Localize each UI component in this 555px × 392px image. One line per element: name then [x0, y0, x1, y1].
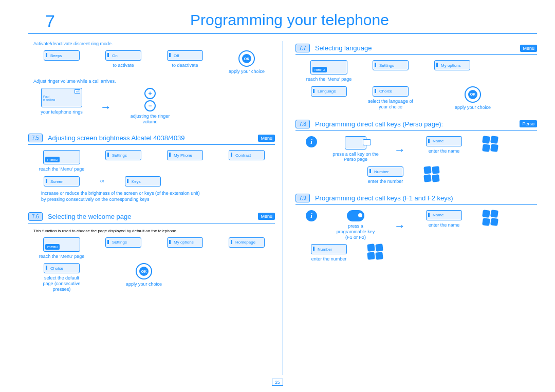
info-icon: i	[306, 210, 317, 221]
welcome-desc: This function is used to choose the page…	[33, 229, 275, 233]
softkey-myoptions: My options	[434, 60, 470, 70]
sec-num: 7.5	[28, 134, 43, 142]
menu-key: menu	[43, 237, 80, 252]
sec-num: 7.6	[28, 212, 43, 221]
chapter-number: 7	[45, 11, 55, 31]
caption-apply: apply your choice	[455, 105, 491, 110]
softkey-beeps: Beeps	[44, 50, 80, 61]
softkey-settings: Settings	[105, 237, 141, 248]
softkey-homepage: Homepage	[229, 237, 265, 248]
row-ringer-volume: all Paul is calling your telephone rings…	[39, 88, 275, 125]
ok-button: OK	[136, 263, 152, 279]
menu-key: menu	[43, 150, 80, 164]
menu-tag: Menu	[258, 213, 275, 220]
ok-button: OK	[465, 86, 481, 103]
perso-tag: Perso	[520, 120, 537, 127]
caption-apply: apply your choice	[229, 69, 265, 74]
section-7-7: 7.7 Selecting language Menu	[295, 44, 537, 52]
softkey-on: On	[105, 50, 141, 61]
section-7-9: 7.9 Programming direct call keys (F1 and…	[295, 194, 537, 202]
caption-select-default: select the default page (consecutive pre…	[39, 275, 85, 292]
softkey-name: Name	[426, 136, 462, 146]
caption-apply: apply your choice	[126, 282, 162, 287]
top-divider	[28, 33, 537, 34]
softkey-number: Number	[311, 244, 347, 254]
softkey-keys: Keys	[125, 176, 161, 186]
caption-enter-number: enter the number	[368, 179, 403, 184]
sec-num: 7.7	[295, 44, 310, 52]
sec-divider	[295, 54, 537, 55]
caption-reach-menu: reach the 'Menu' page	[39, 166, 85, 172]
note-discreet-ring: Activate/deactivate discreet ring mode.	[33, 41, 275, 46]
caption-enter-name: enter the name	[429, 222, 460, 228]
sec-num: 7.9	[295, 194, 310, 202]
row-discreet-ring: Beeps On to activate Off to deactivate O…	[39, 50, 275, 74]
ok-button: OK	[238, 50, 255, 67]
caption-select-language: select the language of your choice	[367, 99, 414, 110]
sec-num: 7.8	[295, 120, 310, 128]
softkey-language: Language	[311, 86, 347, 97]
sec-divider	[295, 130, 537, 131]
sec-divider	[28, 144, 275, 145]
sec-title: Programming direct call keys (Perso page…	[315, 120, 520, 128]
programmable-key-icon	[347, 210, 364, 221]
caption-activate: to activate	[113, 63, 134, 68]
caption-enter-number: enter the number	[311, 256, 347, 262]
softkey-myoptions: My options	[167, 237, 203, 248]
arrow-icon: →	[100, 101, 112, 114]
arrow-icon: →	[394, 143, 405, 157]
menu-tag: Menu	[258, 135, 275, 142]
call-key-icon	[345, 136, 366, 150]
softkey-choice: Choice	[44, 263, 80, 273]
sec-title: Selecting language	[315, 44, 521, 52]
minus-icon: −	[144, 100, 156, 111]
caption-deactivate: to deactivate	[172, 63, 198, 68]
softkey-off: Off	[167, 50, 203, 61]
softkey-myphone: My Phone	[167, 150, 203, 160]
or-label: or	[100, 178, 104, 184]
center-divider	[283, 41, 283, 375]
num-keys-icon	[424, 166, 439, 182]
sec-title: Selecting the welcome page	[48, 213, 258, 220]
softkey-contrast: Contrast	[229, 150, 265, 160]
sec-title: Adjusting screen brightness Alcatel 4038…	[48, 134, 258, 142]
alpha-keys-icon	[483, 210, 498, 226]
section-7-6: 7.6 Selecting the welcome page Menu	[28, 212, 275, 221]
right-column: 7.7 Selecting language Menu menu reach t…	[295, 44, 537, 266]
caption-press-call-key: press a call key on the Perso page	[332, 152, 379, 163]
plus-icon: +	[144, 88, 156, 99]
sec-divider	[28, 223, 275, 223]
menu-tag: Menu	[520, 45, 537, 52]
caption-reach-menu: reach the 'Menu' page	[306, 77, 352, 82]
caption-adjust-volume: adjusting the ringer volume	[127, 114, 173, 125]
caption-enter-name: enter the name	[429, 148, 460, 154]
info-icon: i	[306, 136, 317, 147]
arrow-icon: →	[394, 219, 405, 233]
section-7-8: 7.8 Programming direct call keys (Perso …	[295, 120, 537, 128]
sec-title: Programming direct call keys (F1 and F2 …	[315, 194, 537, 202]
softkey-number: Number	[367, 166, 403, 177]
section-7-5: 7.5 Adjusting screen brightness Alcatel …	[28, 134, 275, 142]
softkey-name: Name	[426, 210, 462, 220]
menu-key: menu	[310, 60, 347, 74]
sec-divider	[295, 204, 537, 205]
caption-press-prog-key: press a programmable key (F1 or F2)	[332, 223, 379, 240]
left-column: Activate/deactivate discreet ring mode. …	[28, 40, 275, 296]
num-keys-icon	[367, 244, 383, 259]
caption-reach-menu: reach the 'Menu' page	[39, 254, 85, 259]
softkey-settings: Settings	[373, 60, 409, 70]
softkey-screen: Screen	[44, 176, 80, 186]
brightness-desc: increase or reduce the brightness of the…	[41, 191, 206, 202]
alpha-keys-icon	[483, 136, 498, 152]
volume-controls: + −	[144, 88, 156, 111]
softkey-settings: Settings	[105, 150, 141, 160]
softkey-choice: Choice	[373, 86, 409, 97]
page-number: 25	[272, 379, 283, 386]
caption-phone-rings: your telephone rings	[41, 109, 83, 115]
chapter-title: Programming your telephone	[190, 11, 389, 29]
phone-screen-calling: all Paul is calling	[41, 88, 82, 107]
note-ringer-volume: Adjust ringer volume while a call arrive…	[33, 79, 275, 84]
